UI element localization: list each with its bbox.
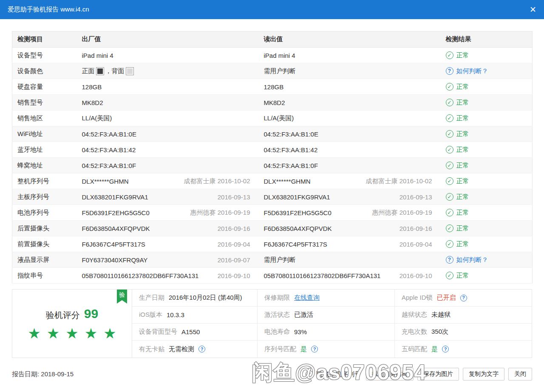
factory-value-cell: F6J6367C4P5FT317S2016-09-04 (77, 236, 259, 252)
footer-button[interactable]: 关闭 (508, 368, 532, 381)
read-value-cell: 04:52:F3:AA:B1:42 (259, 142, 441, 158)
hide-serial-toggle[interactable]: 隐藏整机序列号 (306, 370, 361, 378)
factory-value-cell: F0Y6373040XFRQ9AY2016-09-07 (77, 252, 259, 268)
item-cell: 液晶显示屏 (12, 252, 77, 268)
value-date: 2016-09-16 (400, 225, 432, 232)
result-cell: 正常 (441, 268, 533, 284)
table-row: 液晶显示屏F0Y6373040XFRQ9AY2016-09-07需用户判断如何判… (12, 252, 533, 268)
value-text: MK8D2 (82, 99, 103, 106)
summary-grid: 生产日期2016年10月02日 (第40周)保修期限在线查询Apple ID锁已… (132, 290, 532, 358)
check-icon (446, 209, 453, 216)
item-cell: 设备颜色 (12, 63, 77, 79)
question-icon[interactable] (311, 346, 318, 352)
summary-panel: 验 验机评分 99 ★★★★★ 生产日期2016年10月02日 (第40周)保修… (12, 289, 532, 358)
summary-cell-value: 93% (294, 328, 307, 335)
factory-value-cell: 04:52:F3:AA:B1:0F (77, 158, 259, 173)
item-cell: 电池序列号 (12, 205, 77, 221)
summary-cell-value: A1550 (181, 328, 200, 335)
value-text: F6D63850A4XFQPVDK (82, 225, 150, 232)
table-row: 后置摄像头F6D63850A4XFQPVDK2016-09-16F6D63850… (12, 221, 533, 236)
col-header-read: 读出值 (259, 31, 441, 48)
check-icon (446, 224, 453, 232)
summary-cell-value: 已激活 (294, 311, 313, 319)
result-cell: 正常 (441, 111, 533, 126)
question-icon[interactable] (446, 256, 453, 264)
color-swatch (126, 67, 134, 75)
read-value-cell: 需用户判断 (259, 252, 441, 268)
result-cell: 正常 (441, 173, 533, 189)
question-icon[interactable] (460, 295, 467, 301)
item-cell: 销售型号 (12, 95, 77, 111)
factory-value-cell: 正面，背面 (77, 63, 259, 79)
table-row: 销售型号MK8D2MK8D2正常 (12, 95, 533, 111)
question-icon[interactable] (198, 346, 205, 352)
footer-button[interactable]: 复制为文字 (463, 368, 504, 381)
footer-button[interactable]: 保存为图片 (417, 368, 459, 381)
summary-cell-value: 是 (300, 345, 307, 353)
result-label: 正常 (456, 83, 469, 91)
summary-cell-value: 10.3.3 (167, 311, 184, 318)
result-label: 正常 (456, 99, 469, 107)
value-date: 惠州德赛 2016-09-19 (190, 209, 250, 217)
item-cell: 硬盘容量 (12, 79, 77, 95)
summary-cell-label: 充电次数 (402, 328, 427, 336)
star-icon: ★ (103, 325, 122, 341)
titlebar: 爱思助手验机报告 www.i4.cn ✕ (0, 0, 544, 19)
online-query-link[interactable]: 在线查询 (294, 294, 320, 302)
table-row: 设备型号iPad mini 4iPad mini 4正常 (12, 48, 533, 63)
summary-cell-label: 保修期限 (264, 294, 290, 302)
value-date: 2016-09-10 (400, 272, 432, 279)
result-cell: 正常 (441, 48, 533, 63)
item-cell: WiFi地址 (12, 126, 77, 142)
factory-value-cell: 05B70801101661237802DB6FF730A1312016-09-… (77, 268, 259, 284)
question-icon[interactable] (446, 67, 453, 75)
read-value-cell: iPad mini 4 (259, 48, 441, 63)
value-text: DLX638201FKG9RVA1 (82, 193, 148, 201)
item-cell: 蜂窝地址 (12, 158, 77, 173)
how-to-judge-link[interactable]: 如何判断？ (456, 67, 488, 75)
result-label: 正常 (456, 130, 469, 138)
factory-value-cell: DLX638201FKG9RVA12016-09-13 (77, 189, 259, 205)
factory-value-cell: DLX******GHMN成都富士康 2016-10-02 (77, 173, 259, 189)
factory-value-cell: LL/A(美国) (77, 111, 259, 126)
report-date: 报告日期: 2018-09-15 (12, 370, 74, 378)
result-label: 正常 (456, 51, 469, 60)
summary-cell: 生产日期2016年10月02日 (第40周) (132, 290, 258, 307)
table-row: WiFi地址04:52:F3:AA:B1:0E04:52:F3:AA:B1:0E… (12, 126, 533, 142)
star-icon: ★ (85, 325, 103, 341)
summary-cell-label: 激活状态 (264, 311, 290, 319)
summary-cell: 越狱状态未越狱 (395, 307, 532, 324)
value-text: 128GB (82, 83, 102, 91)
result-cell: 正常 (441, 95, 533, 111)
how-to-judge-link[interactable]: 如何判断？ (456, 256, 488, 264)
read-value-cell: 04:52:F3:AA:B1:0E (259, 126, 441, 142)
summary-cell: 有无卡贴无需检测 (132, 341, 258, 358)
value-date: 2016-09-07 (218, 256, 250, 264)
check-circle-icon (306, 370, 313, 378)
table-row: 电池序列号F5D6391F2EHG5G5C0惠州德赛 2016-09-19F5D… (12, 205, 533, 221)
check-icon (446, 272, 453, 279)
color-swatch-label: 正面 (82, 67, 95, 75)
verified-ribbon-icon: 验 (117, 290, 127, 304)
close-icon[interactable]: ✕ (530, 5, 536, 14)
read-value-cell: 需用户判断 (259, 63, 441, 79)
read-value-cell: F6J6367C4P5FT317S2016-09-04 (259, 236, 441, 252)
score-box: 验 验机评分 99 ★★★★★ (12, 290, 132, 358)
footer-button[interactable]: 截图到剪贴板 (366, 368, 414, 381)
result-label: 正常 (456, 272, 469, 280)
read-value-cell: 04:52:F3:AA:B1:0F (259, 158, 441, 173)
summary-cell-label: 设备背面型号 (139, 328, 177, 336)
table-row: 蓝牙地址04:52:F3:AA:B1:4204:52:F3:AA:B1:42正常 (12, 142, 533, 158)
summary-cell-label: 电池寿命 (264, 328, 290, 336)
col-header-result: 检测结果 (441, 31, 533, 48)
summary-cell-value: 350次 (431, 328, 448, 336)
result-cell: 正常 (441, 189, 533, 205)
summary-cell-value: 2016年10月02日 (第40周) (169, 294, 242, 302)
value-text: F0Y6373040XFRQ9AY (82, 256, 148, 264)
question-icon[interactable] (442, 346, 449, 352)
result-cell: 如何判断？ (441, 252, 533, 268)
factory-value-cell: F5D6391F2EHG5G5C0惠州德赛 2016-09-19 (77, 205, 259, 221)
result-cell: 正常 (441, 158, 533, 173)
check-icon (446, 51, 453, 59)
col-header-item: 检测项目 (12, 31, 77, 48)
